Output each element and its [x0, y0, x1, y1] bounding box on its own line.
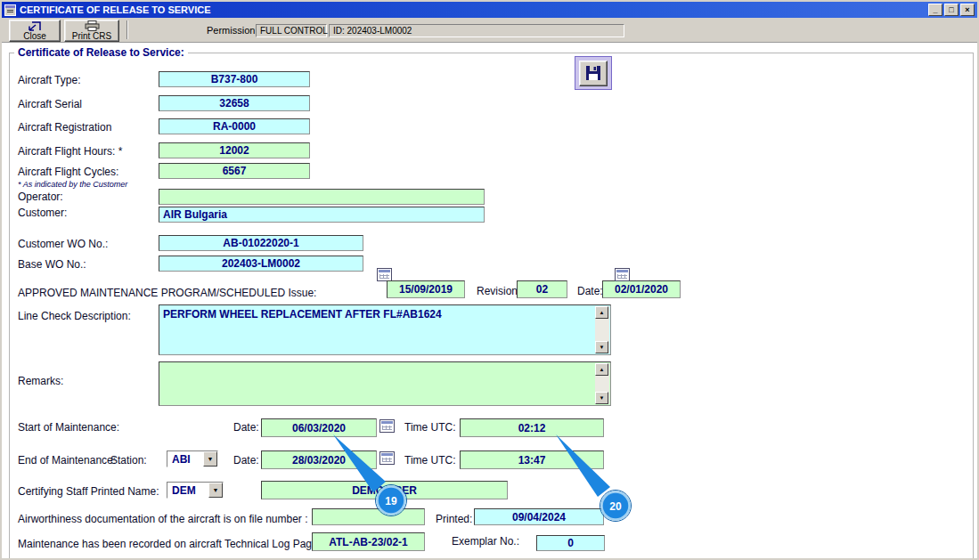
save-button-panel: [575, 56, 612, 90]
close-window-button[interactable]: ×: [960, 4, 975, 16]
app-icon: [4, 4, 16, 16]
print-crs-label: Print CRS: [72, 31, 111, 41]
base-wo-field[interactable]: 202403-LM0002: [159, 256, 363, 272]
remarks-label: Remarks:: [18, 375, 63, 387]
vertical-scrollbar[interactable]: ▲ ▼: [595, 306, 609, 353]
start-time-label: Time UTC:: [404, 421, 456, 434]
title-bar: CERTIFICATE OF RELEASE TO SERVICE _ □ ×: [2, 2, 977, 18]
customer-label: Customer:: [18, 207, 67, 219]
line-check-text: PERFORM WHEEL REPLACEMENT AFTER FL#AB162…: [163, 308, 592, 321]
customer-footnote: * As indicated by the Customer: [18, 180, 127, 189]
window-controls: _ □ ×: [928, 4, 975, 16]
calendar-icon[interactable]: [377, 268, 392, 281]
exemplar-field[interactable]: 0: [536, 535, 605, 551]
calendar-icon-grid: [379, 274, 389, 279]
calendar-icon-header: [381, 421, 393, 424]
customer-wo-field[interactable]: AB-01022020-1: [159, 235, 363, 251]
group-title: Certificate of Release to Service:: [14, 46, 188, 59]
amp-label: APPROVED MAINTENANCE PROGRAM/SCHEDULED I…: [18, 287, 316, 299]
callout-20: 20: [541, 427, 639, 525]
minimize-button[interactable]: _: [928, 4, 942, 16]
aircraft-type-label: Aircraft Type:: [18, 74, 80, 86]
save-icon: [584, 64, 602, 82]
id-value: 202403-LM0002: [347, 26, 412, 36]
amp-revision-label: Revision:: [477, 285, 520, 297]
calendar-icon[interactable]: [615, 268, 630, 281]
station-dropdown[interactable]: ABI ▼: [167, 450, 218, 467]
scroll-down-icon[interactable]: ▼: [595, 341, 608, 353]
callout-19-number: 19: [385, 495, 397, 507]
id-label: ID:: [333, 26, 345, 36]
aircraft-registration-label: Aircraft Registration: [18, 121, 111, 134]
calendar-icon-header: [379, 270, 390, 272]
amp-date-field[interactable]: 02/01/2020: [602, 280, 681, 298]
flight-hours-label: Aircraft Flight Hours: *: [18, 145, 122, 158]
scroll-up-icon[interactable]: ▲: [595, 306, 608, 319]
amp-revision-field[interactable]: 02: [517, 280, 567, 298]
printer-icon: [85, 20, 100, 31]
dropdown-arrow-icon[interactable]: ▼: [208, 483, 223, 498]
certifying-code-dropdown[interactable]: DEM ▼: [167, 482, 224, 499]
print-crs-button[interactable]: Print CRS: [64, 20, 119, 42]
permission-label: Permission:: [207, 25, 257, 36]
toolbar-separator: [126, 20, 128, 39]
operator-label: Operator:: [18, 191, 63, 203]
close-button-label: Close: [23, 31, 46, 41]
calendar-icon-header: [616, 270, 628, 272]
scroll-up-icon[interactable]: ▲: [595, 363, 608, 376]
amp-issue-field[interactable]: 15/09/2019: [387, 280, 465, 298]
window-title: CERTIFICATE OF RELEASE TO SERVICE: [20, 4, 925, 15]
station-label: Station:: [110, 454, 147, 467]
end-date-label: Date:: [233, 454, 259, 467]
base-wo-label: Base WO No.:: [18, 258, 86, 271]
flight-cycles-label: Aircraft Flight Cycles:: [18, 166, 118, 178]
flight-hours-field[interactable]: 12002: [159, 142, 310, 158]
airworthiness-label: Airworthiness documentation of the aircr…: [18, 513, 308, 525]
line-check-textarea[interactable]: PERFORM WHEEL REPLACEMENT AFTER FL#AB162…: [159, 304, 611, 355]
line-check-label: Line Check Description:: [18, 310, 131, 322]
callout-19-pointer: [333, 434, 386, 492]
close-button[interactable]: Close: [9, 20, 61, 42]
scroll-down-icon[interactable]: ▼: [595, 392, 608, 404]
aircraft-type-field[interactable]: B737-800: [159, 71, 310, 87]
start-date-label: Date:: [233, 421, 259, 434]
callout-19: 19: [318, 427, 407, 520]
app-window: CERTIFICATE OF RELEASE TO SERVICE _ □ × …: [0, 0, 979, 560]
tech-log-label: Maintenance has been recorded on aircraf…: [18, 538, 321, 550]
callout-20-pointer: [556, 434, 610, 497]
tech-log-page-field[interactable]: ATL-AB-23/02-1: [312, 532, 425, 551]
permission-value-box: FULL CONTROL: [256, 24, 327, 37]
printed-label: Printed:: [436, 513, 472, 525]
remarks-textarea[interactable]: ▲ ▼: [159, 361, 611, 406]
aircraft-registration-field[interactable]: RA-0000: [159, 118, 310, 134]
amp-date-label: Date:: [577, 285, 603, 297]
dropdown-arrow-icon[interactable]: ▼: [203, 451, 217, 467]
customer-field[interactable]: AIR Bulgaria: [159, 207, 485, 223]
certifying-code-value: DEM: [167, 483, 208, 498]
record-id-box: ID: 202403-LM0002: [329, 24, 624, 37]
start-maintenance-label: Start of Maintenance:: [18, 421, 119, 434]
save-button[interactable]: [579, 61, 608, 86]
maximize-button[interactable]: □: [944, 4, 959, 16]
exit-icon: [28, 21, 42, 31]
aircraft-serial-label: Aircraft Serial: [18, 98, 82, 110]
toolbar: Close Print CRS Permission: FULL CONTROL…: [2, 18, 977, 43]
certifying-staff-label: Certifying Staff Printed Name:: [18, 485, 159, 498]
customer-wo-label: Customer WO No.:: [18, 238, 108, 250]
flight-cycles-field[interactable]: 6567: [159, 163, 310, 179]
end-time-label: Time UTC:: [404, 454, 456, 467]
end-maintenance-label: End of Maintenance:: [18, 454, 116, 467]
station-value: ABI: [167, 451, 203, 467]
exemplar-label: Exemplar No.:: [452, 535, 519, 548]
vertical-scrollbar[interactable]: ▲ ▼: [595, 363, 609, 404]
callout-20-number: 20: [609, 500, 622, 513]
aircraft-serial-field[interactable]: 32658: [159, 95, 310, 111]
calendar-icon-grid: [617, 274, 627, 279]
operator-field[interactable]: [159, 189, 485, 205]
